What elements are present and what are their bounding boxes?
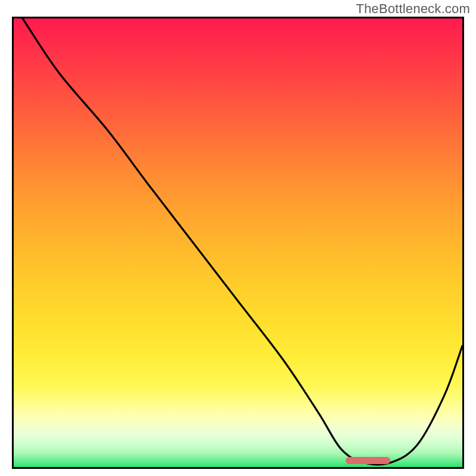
bottleneck-curve-path xyxy=(23,18,462,465)
bottleneck-curve-svg xyxy=(14,18,462,467)
watermark-text: TheBottleneck.com xyxy=(356,1,470,17)
optimal-range-marker xyxy=(346,457,390,464)
chart-frame xyxy=(12,17,464,469)
